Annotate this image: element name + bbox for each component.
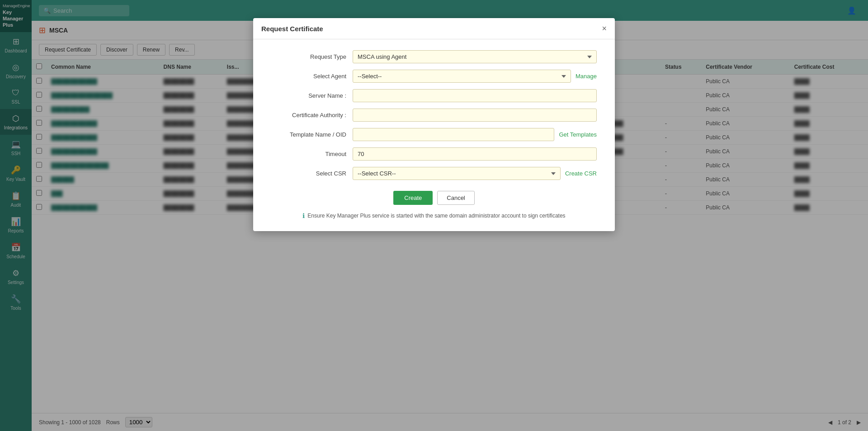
select-agent-select[interactable]: --Select-- <box>353 70 571 83</box>
get-templates-link[interactable]: Get Templates <box>559 131 597 138</box>
template-name-label: Template Name / OID <box>271 131 353 138</box>
cancel-button[interactable]: Cancel <box>437 191 474 205</box>
note-text: Ensure Key Manager Plus service is start… <box>307 213 565 219</box>
modal-close-button[interactable]: × <box>602 24 607 33</box>
modal-action-buttons: Create Cancel <box>271 186 597 212</box>
timeout-row: Timeout 70 <box>271 147 597 161</box>
modal-overlay: Request Certificate × Request Type MSCA … <box>0 0 868 431</box>
timeout-label: Timeout <box>271 151 353 157</box>
request-type-label: Request Type <box>271 53 353 60</box>
manage-link[interactable]: Manage <box>576 73 597 80</box>
create-csr-link[interactable]: Create CSR <box>565 170 597 177</box>
timeout-input[interactable]: 70 <box>353 147 597 161</box>
cert-authority-row: Certificate Authority : <box>271 109 597 122</box>
create-button[interactable]: Create <box>393 191 433 205</box>
select-csr-label: Select CSR <box>271 170 353 177</box>
select-csr-row: Select CSR --Select CSR-- Create CSR <box>271 167 597 180</box>
modal-title: Request Certificate <box>261 25 323 33</box>
modal-header: Request Certificate × <box>253 18 615 39</box>
select-agent-row: Select Agent --Select-- Manage <box>271 70 597 83</box>
server-name-row: Server Name : <box>271 89 597 102</box>
server-name-label: Server Name : <box>271 92 353 99</box>
info-icon: ℹ <box>302 212 305 219</box>
modal-note: ℹ Ensure Key Manager Plus service is sta… <box>271 212 597 224</box>
cert-authority-label: Certificate Authority : <box>271 112 353 118</box>
request-type-row: Request Type MSCA using Agent MSCA witho… <box>271 50 597 63</box>
request-certificate-modal: Request Certificate × Request Type MSCA … <box>253 18 615 231</box>
template-name-input[interactable] <box>353 128 554 141</box>
template-name-row: Template Name / OID Get Templates <box>271 128 597 141</box>
server-name-input[interactable] <box>353 89 597 102</box>
select-agent-label: Select Agent <box>271 73 353 80</box>
select-csr-select[interactable]: --Select CSR-- <box>353 167 561 180</box>
request-type-select[interactable]: MSCA using Agent MSCA without Agent Othe… <box>353 50 597 63</box>
modal-body: Request Type MSCA using Agent MSCA witho… <box>253 39 615 231</box>
cert-authority-input[interactable] <box>353 109 597 122</box>
